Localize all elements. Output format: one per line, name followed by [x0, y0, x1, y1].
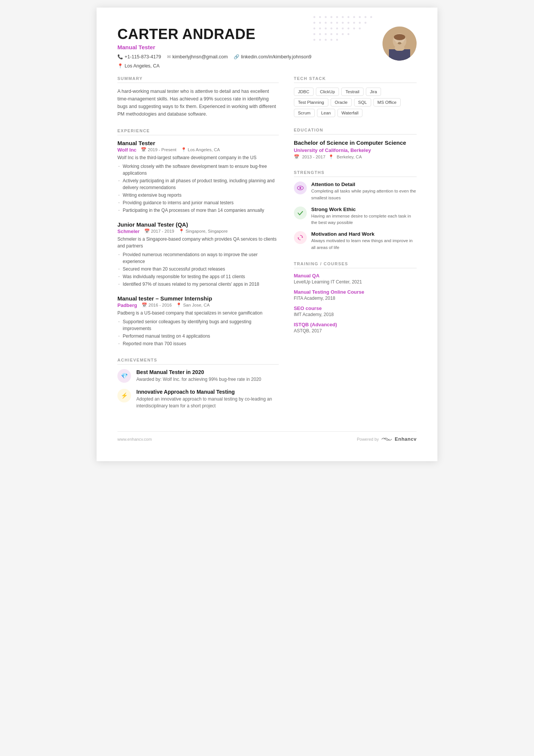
svg-point-17	[348, 22, 350, 24]
linkedin-text: linkedin.com/in/kimberly.johnson9	[241, 54, 311, 59]
education-section: EDUCATION Bachelor of Science in Compute…	[294, 128, 417, 160]
exp-location-2: 📍 Singapore, Singapore	[179, 229, 228, 234]
svg-point-2	[325, 16, 327, 18]
loc-icon-2: 📍	[179, 229, 184, 234]
bullet: Working closely with the software develo…	[117, 163, 279, 177]
svg-rect-50	[395, 45, 404, 51]
training-item-2: SEO course IMT Academy, 2018	[294, 305, 417, 317]
strength-desc-3: Always motivated to learn new things and…	[311, 238, 417, 251]
exp-desc-1: Wolf Inc is the third-largest software d…	[117, 154, 279, 161]
candidate-name: CARTER ANDRADE	[117, 27, 311, 42]
eye-icon	[297, 185, 304, 191]
tech-tag-0: JDBC	[294, 88, 314, 96]
exp-bullets-1: Working closely with the software develo…	[117, 163, 279, 214]
summary-section: SUMMARY A hard-working manual tester who…	[117, 76, 279, 118]
exp-bullets-2: Provided numerous recommendations on way…	[117, 251, 279, 288]
svg-point-12	[319, 22, 321, 24]
exp-company-2: Schmeler	[117, 229, 140, 234]
strength-icon-1	[294, 182, 307, 194]
header-left: CARTER ANDRADE Manual Tester 📞 +1-115-87…	[117, 27, 311, 69]
strength-content-2: Strong Work Ethic Having an immense desi…	[311, 207, 417, 226]
exp-desc-3: Padberg is a US-based company that speci…	[117, 310, 279, 316]
exp-location-3: 📍 San Jose, CA	[176, 302, 209, 308]
email-icon: ✉	[167, 54, 171, 59]
location-item: 📍 Los Angeles, CA	[117, 63, 159, 69]
achievement-item-2: ⚡ Innovative Approach to Manual Testing …	[117, 389, 279, 409]
calendar-icon-2: 📅	[144, 229, 150, 234]
svg-point-49	[398, 42, 401, 44]
achievement-icon-2: ⚡	[117, 389, 131, 402]
right-column: TECH STACK JDBC ClickUp Testrail Jira Te…	[294, 76, 417, 420]
email-item: ✉ kimberlyjhnsn@gmail.com	[167, 54, 228, 59]
summary-title: SUMMARY	[117, 76, 279, 83]
bullet: Reported more than 700 issues	[117, 340, 279, 347]
svg-point-53	[299, 187, 301, 189]
edu-dates: 2013 - 2017	[302, 155, 325, 159]
contact-row: 📞 +1-115-873-4179 ✉ kimberlyjhnsn@gmail.…	[117, 54, 311, 59]
svg-point-4	[336, 16, 338, 18]
edu-degree: Bachelor of Science in Computer Science	[294, 139, 417, 147]
checkmark-icon	[297, 210, 304, 216]
achievement-item-1: 💎 Best Manual Tester in 2020 Awarded by:…	[117, 369, 279, 383]
tech-stack-title: TECH STACK	[294, 76, 417, 83]
exp-job-title-3: Manual tester – Summer Internship	[117, 295, 279, 302]
svg-point-6	[348, 16, 350, 18]
candidate-title: Manual Tester	[117, 44, 311, 50]
avatar-image	[383, 27, 417, 61]
tech-tag-5: Oracle	[331, 98, 352, 106]
training-title: TRAINING / COURSES	[294, 261, 417, 268]
bullet: Secured more than 20 successful product …	[117, 266, 279, 272]
strength-content-1: Attention to Detail Completing all tasks…	[311, 182, 417, 201]
bullet: Identified 97% of issues related to my p…	[117, 281, 279, 288]
strength-item-2: Strong Work Ethic Having an immense desi…	[294, 207, 417, 226]
training-section: TRAINING / COURSES Manual QA LevelUp Lea…	[294, 261, 417, 333]
main-layout: SUMMARY A hard-working manual tester who…	[117, 76, 417, 420]
training-org-2: IMT Academy, 2018	[294, 312, 417, 317]
left-column: SUMMARY A hard-working manual tester who…	[117, 76, 279, 420]
exp-company-row-1: Wolf Inc 📅 2019 - Present 📍 Los Angeles,…	[117, 147, 279, 153]
phone-text: +1-115-873-4179	[125, 54, 161, 59]
linkedin-icon: 🔗	[234, 54, 239, 59]
bullet: Participating in the QA processes of mor…	[117, 207, 279, 214]
achievement-title-2: Innovative Approach to Manual Testing	[136, 389, 279, 395]
exp-location-1: 📍 Los Angeles, CA	[181, 147, 220, 152]
svg-point-13	[325, 22, 327, 24]
bullet: Actively participating in all phases of …	[117, 177, 279, 191]
tech-tag-8: Scrum	[294, 109, 315, 117]
edu-calendar-icon: 📅	[294, 154, 299, 160]
enhancv-brand: Enhancv	[395, 436, 417, 442]
tech-stack-section: TECH STACK JDBC ClickUp Testrail Jira Te…	[294, 76, 417, 117]
gem-icon: 💎	[121, 373, 128, 379]
edu-loc-icon: 📍	[328, 154, 334, 160]
strength-icon-2	[294, 207, 307, 219]
svg-rect-48	[389, 49, 410, 61]
svg-point-46	[394, 34, 405, 40]
svg-point-11	[314, 22, 315, 24]
training-name-0: Manual QA	[294, 273, 417, 279]
svg-point-20	[365, 22, 367, 24]
exp-job-2: Junior Manual Tester (QA) Schmeler 📅 201…	[117, 221, 279, 288]
edu-location: Berkeley, CA	[337, 155, 362, 159]
exp-job-1: Manual Tester Wolf Inc 📅 2019 - Present …	[117, 140, 279, 214]
strength-title-3: Motivation and Hard Work	[311, 231, 417, 237]
strength-item-3: Motivation and Hard Work Always motivate…	[294, 231, 417, 251]
edu-meta: 📅 2013 - 2017 📍 Berkeley, CA	[294, 154, 417, 160]
edu-school: University of California, Berkeley	[294, 147, 417, 153]
bullet: Provided numerous recommendations on way…	[117, 251, 279, 265]
achievement-desc-2: Adopted an innovative approach to manual…	[136, 396, 279, 409]
training-org-1: FITA Academy, 2018	[294, 296, 417, 301]
achievement-content-1: Best Manual Tester in 2020 Awarded by: W…	[136, 369, 261, 383]
location-row: 📍 Los Angeles, CA	[117, 63, 311, 69]
location-text: Los Angeles, CA	[125, 63, 159, 69]
strength-content-3: Motivation and Hard Work Always motivate…	[311, 231, 417, 251]
location-icon: 📍	[117, 63, 123, 69]
bullet: Providing guidance to interns and junior…	[117, 199, 279, 206]
training-item-3: ISTQB (Advanced) ASTQB, 2017	[294, 322, 417, 333]
powered-by-text: Powered by	[357, 437, 379, 441]
tech-tag-6: SQL	[354, 98, 371, 106]
strengths-title: STRENGTHS	[294, 170, 417, 177]
svg-point-1	[319, 16, 321, 18]
phone-item: 📞 +1-115-873-4179	[117, 54, 161, 59]
bullet: Was individually responsible for testing…	[117, 273, 279, 280]
training-name-1: Manual Testing Online Course	[294, 289, 417, 295]
